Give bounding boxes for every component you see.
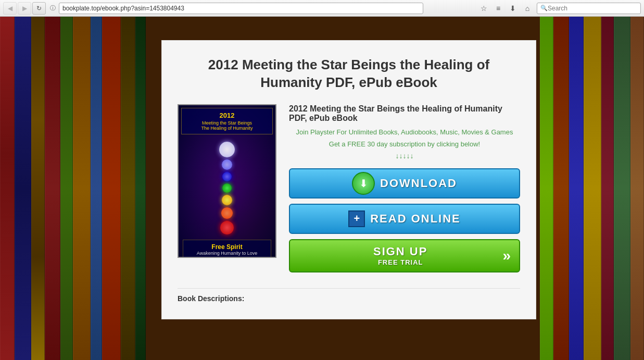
search-input[interactable]: [548, 5, 631, 12]
signup-button[interactable]: SIGN UP FREE TRIAL »: [289, 239, 520, 272]
book-cover-wrap: 2012 Meeting the Star Beings The Healing…: [178, 104, 276, 278]
toolbar-icons: ☆ ≡ ⬇ ⌂: [477, 2, 534, 15]
bookmark-icon[interactable]: ☆: [477, 2, 490, 15]
browser-chrome: ◀ ▶ ↻ ⓘ ☆ ≡ ⬇ ⌂ 🔍: [0, 0, 644, 17]
book-descriptions-section: Book Descriptions:: [178, 288, 520, 303]
chevrons-icon: »: [502, 247, 511, 264]
download-button[interactable]: ⬇ DOWNLOAD: [289, 168, 520, 198]
cover-line2: Meeting the Star Beings: [185, 120, 269, 126]
book-section: 2012 Meeting the Star Beings The Healing…: [178, 104, 520, 278]
content-card: 2012 Meeting the Star Beings the Healing…: [161, 40, 536, 319]
signup-main-label: SIGN UP: [373, 245, 427, 258]
promo-line2: Get a FREE 30 day subscription by clicki…: [289, 139, 520, 150]
cover-line3: The Healing of Humanity: [185, 126, 269, 131]
book-descriptions-label: Book Descriptions:: [178, 294, 244, 303]
refresh-button[interactable]: ↻: [32, 2, 46, 15]
download-manager-icon[interactable]: ⬇: [507, 2, 519, 15]
browser-toolbar: ◀ ▶ ↻ ⓘ ☆ ≡ ⬇ ⌂ 🔍: [0, 0, 644, 17]
page-background: 2012 Meeting the Star Beings the Healing…: [0, 17, 644, 360]
arrows-down: ↓↓↓↓↓: [289, 152, 520, 160]
read-online-icon: +: [348, 210, 365, 227]
download-icon: ⬇: [352, 172, 375, 195]
security-icon: ⓘ: [50, 4, 56, 12]
home-icon[interactable]: ⌂: [521, 2, 534, 15]
right-section: 2012 Meeting the Star Beings the Healing…: [289, 104, 520, 278]
forward-button[interactable]: ▶: [18, 2, 31, 15]
address-bar[interactable]: [59, 3, 423, 14]
nav-buttons: ◀ ▶ ↻: [3, 2, 46, 15]
signup-sub-label: FREE TRIAL: [378, 258, 423, 266]
menu-icon[interactable]: ≡: [492, 2, 504, 15]
cover-bottom2: Awakening Humanity to Love: [187, 251, 267, 256]
book-cover: 2012 Meeting the Star Beings The Healing…: [178, 104, 276, 258]
left-bookshelf: [0, 17, 161, 360]
promo-line1: Join Playster For Unlimited Books, Audio…: [289, 127, 520, 138]
signup-text: SIGN UP FREE TRIAL: [298, 245, 502, 266]
search-icon: 🔍: [540, 5, 548, 11]
read-online-label: READ ONLINE: [370, 212, 461, 226]
back-button[interactable]: ◀: [3, 2, 17, 15]
cover-year: 2012: [185, 111, 269, 119]
book-title-right: 2012 Meeting the Star Beings the Healing…: [289, 104, 520, 123]
download-label: DOWNLOAD: [380, 177, 457, 190]
read-online-button[interactable]: + READ ONLINE: [289, 204, 520, 234]
page-title: 2012 Meeting the Star Beings the Healing…: [178, 56, 520, 92]
cover-bottom1: Free Spirit: [187, 243, 267, 251]
right-bookshelf: [540, 17, 644, 360]
search-bar[interactable]: 🔍: [537, 3, 641, 14]
